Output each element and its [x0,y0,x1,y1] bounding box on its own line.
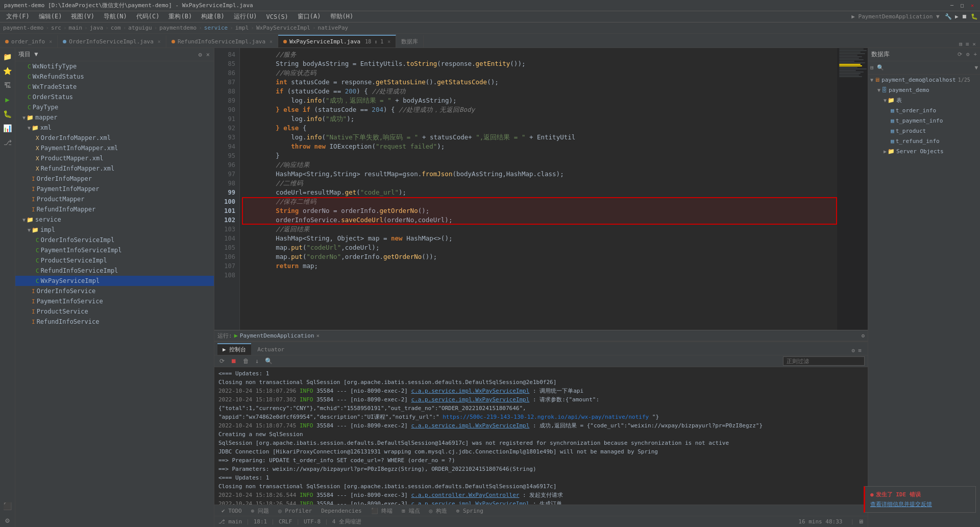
console-stop[interactable]: ⏹ [229,356,239,366]
tree-refundinfoservice[interactable]: I RefundInfoService [15,317,214,327]
nav-paymentdemo[interactable]: paymentdemo [159,25,197,31]
tab-wxpay-service[interactable]: WxPayServiceImpl.java 18 ↕ 1 × [278,35,396,47]
db-payment-demo[interactable]: ▼ 🗄 payment_demo [868,85,980,95]
terminal-icon[interactable]: ⬛ [1,499,14,513]
tab-orderinfo-service[interactable]: OrderInfoServiceImpl.java × [58,35,166,47]
menu-run[interactable]: 运行(U) [230,11,261,22]
tree-productservice[interactable]: I ProductService [15,306,214,317]
tree-wxnotifytype[interactable]: C WxNotifyType [15,61,214,71]
menu-file[interactable]: 文件(F) [2,11,34,22]
project-icon[interactable]: 📁 [1,50,14,63]
tree-wxpayserviceimpl[interactable]: C WxPayServiceImpl [15,276,214,286]
tree-orderinfoserviceimpl[interactable]: C OrderInfoServiceImpl [15,235,214,245]
tree-mapper-folder[interactable]: ▼ 📁 mapper [15,112,214,123]
nav-java[interactable]: java [90,25,104,31]
tab-order-info[interactable]: order_info × [0,35,58,47]
tab-refundinfo-service[interactable]: RefundInfoServiceImpl.java × [166,35,278,47]
bottom-tab-endpoints[interactable]: ⊞ 端点 [398,506,424,516]
tree-orderinfoservice[interactable]: I OrderInfoService [15,286,214,296]
sidebar-settings[interactable]: ⚙ [198,50,203,59]
console-clear[interactable]: 🗑 [241,356,251,366]
close-button[interactable]: ✕ [969,2,976,9]
tree-wxtradestate[interactable]: C WxTradeState [15,82,214,92]
console-restart[interactable]: ⟳ [217,356,227,366]
db-server[interactable]: ▼ 🖥 payment_demo@localhost 1/25 [868,75,980,85]
tree-xml-folder[interactable]: ▼ 📁 xml [15,123,214,133]
bottom-tab-todo[interactable]: ✔ TODO [217,506,246,516]
git-icon[interactable]: ⎇ [1,136,14,149]
menu-refactor[interactable]: 重构(B) [164,11,196,22]
restore-button[interactable]: □ [959,2,966,9]
db-settings[interactable]: ⚙ [966,51,970,58]
menu-nav[interactable]: 导航(N) [100,11,131,22]
db-table-order-info[interactable]: ▦ t_order_info [868,105,980,115]
run-icon[interactable]: ▶ [1,93,14,106]
tree-refundinfomapper-xml[interactable]: X RefundInfoMapper.xml [15,163,214,174]
debug-icon[interactable]: 🐛 [1,107,14,121]
tree-paymentinfoservice[interactable]: I PaymentInfoService [15,296,214,306]
menu-view[interactable]: 视图(V) [67,11,99,22]
sidebar-close[interactable]: × [205,50,211,59]
db-table-product[interactable]: ▦ t_product [868,126,980,136]
run-settings[interactable]: ⚙ [861,332,865,339]
settings-icon[interactable]: ⚙ [1,514,14,527]
tree-paytype[interactable]: C PayType [15,102,214,112]
nav-payment-demo[interactable]: payment-demo [3,25,43,31]
menu-window[interactable]: 窗口(A) [293,11,325,22]
nav-wxpayserviceimpl[interactable]: WxPayServiceImpl [256,25,310,31]
tree-refundinfomapper[interactable]: I RefundInfoMapper [15,204,214,214]
console-tab-main[interactable]: ▶ 控制台 [217,343,251,355]
console-filter-input[interactable] [783,356,865,366]
tab-database[interactable]: 数据库 [396,35,424,47]
tree-paymentinfomapper[interactable]: I PaymentInfoMapper [15,184,214,194]
db-server-objects[interactable]: ▶ 📁 Server Objects [868,146,980,156]
menu-code[interactable]: 代码(C) [132,11,164,22]
db-toolbar-btn2[interactable]: 🔍 [877,64,884,71]
db-table-refund-info[interactable]: ▦ t_refund_info [868,136,980,146]
bottom-tab-dependencies[interactable]: Dependencies [317,506,365,516]
console-scroll-end[interactable]: ↓ [253,356,261,366]
menu-edit[interactable]: 编辑(E) [35,11,66,22]
nav-src[interactable]: src [51,25,61,31]
tree-service-folder[interactable]: ▼ 📁 service [15,214,214,225]
console-filter[interactable]: 🔍 [263,356,275,366]
bottom-tab-terminal[interactable]: ⬛ 终端 [367,506,397,516]
bottom-tab-problems[interactable]: ⊗ 问题 [247,506,273,516]
tree-productserviceimpl[interactable]: C ProductServiceImpl [15,255,214,266]
code-editor[interactable]: 84 85 86 87 88 89 90 91 92 93 94 95 96 9… [214,48,868,330]
bookmark-icon[interactable]: ⭐ [1,64,14,78]
error-link[interactable]: 查看详细信息并提交反馈 [870,500,970,508]
db-add[interactable]: + [973,51,977,58]
bottom-tab-build[interactable]: ◎ 构造 [425,506,451,516]
tree-productmapper-xml[interactable]: X ProductMapper.xml [15,153,214,163]
tree-paymentinfoserviceimpl[interactable]: C PaymentInfoServiceImpl [15,245,214,255]
nav-com[interactable]: com [111,25,121,31]
tree-productmapper[interactable]: I ProductMapper [15,194,214,204]
db-toolbar-btn1[interactable]: ⊞ [870,64,874,71]
tree-impl-folder[interactable]: ▼ 📁 impl [15,225,214,235]
tree-orderinfomapper-xml[interactable]: X OrderInfoMapper.xml [15,133,214,143]
bottom-tab-spring[interactable]: ⊕ Spring [452,506,487,516]
nav-nativepay[interactable]: nativePay [318,25,349,31]
nav-atguigu[interactable]: atguigu [128,25,152,31]
db-tables-folder[interactable]: ▼ 📁 表 [868,95,980,105]
tree-wxrefundstatus[interactable]: C WxRefundStatus [15,71,214,82]
tree-orderinfomapper[interactable]: I OrderInfoMapper [15,174,214,184]
tree-paymentinfomapper-xml[interactable]: X PaymentInfoMapper.xml [15,143,214,153]
tree-refundinfoserviceimpl[interactable]: C RefundInfoServiceImpl [15,266,214,276]
console-tab-actuator[interactable]: Actuator [252,343,289,355]
profiler-icon[interactable]: 📊 [1,122,14,135]
menu-build[interactable]: 构建(B) [197,11,229,22]
db-table-payment-info[interactable]: ▦ t_payment_info [868,115,980,126]
minimize-button[interactable]: ─ [948,2,955,9]
tree-orderstatus[interactable]: C OrderStatus [15,92,214,102]
code-content[interactable]: //服务 String bodyAsString = EntityUtils.t… [240,48,837,330]
bottom-tab-profiler[interactable]: ◎ Profiler [274,506,316,516]
nav-service[interactable]: service [204,25,228,31]
structure-icon[interactable]: 🏗 [1,79,14,92]
nav-main[interactable]: main [69,25,83,31]
console-settings[interactable]: ⚙ ≡ [848,346,865,355]
run-app-name[interactable]: PaymentDemoApplication [240,332,314,339]
menu-vcs[interactable]: VCS(S) [262,12,292,21]
nav-impl[interactable]: impl [235,25,249,31]
